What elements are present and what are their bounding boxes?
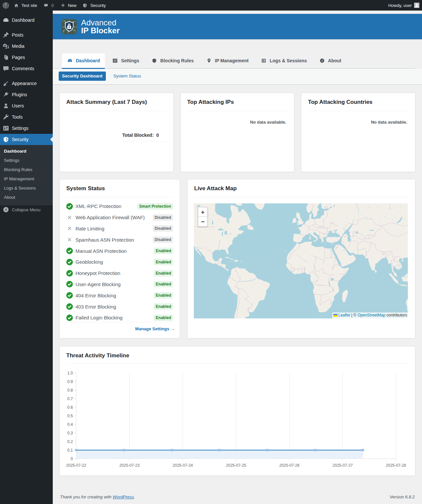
svg-text:2025-07-24: 2025-07-24 xyxy=(173,463,193,468)
svg-text:0.7: 0.7 xyxy=(67,397,73,401)
svg-text:0.6: 0.6 xyxy=(67,405,73,410)
svg-text:0.1: 0.1 xyxy=(67,448,73,453)
svg-text:2025-07-22: 2025-07-22 xyxy=(66,463,86,468)
svg-text:0.2: 0.2 xyxy=(67,439,73,444)
svg-text:0.5: 0.5 xyxy=(67,414,73,418)
svg-text:2025-07-26: 2025-07-26 xyxy=(279,463,300,468)
svg-text:2025-07-27: 2025-07-27 xyxy=(333,463,353,468)
svg-text:0.8: 0.8 xyxy=(67,388,73,393)
svg-text:0.4: 0.4 xyxy=(67,422,73,427)
svg-text:2025-07-25: 2025-07-25 xyxy=(226,463,246,468)
svg-text:0.3: 0.3 xyxy=(67,431,73,435)
svg-text:0.9: 0.9 xyxy=(67,379,73,384)
svg-text:0: 0 xyxy=(71,457,73,461)
svg-text:2025-07-28: 2025-07-28 xyxy=(386,463,406,468)
svg-text:2025-07-23: 2025-07-23 xyxy=(119,463,140,468)
svg-text:1.0: 1.0 xyxy=(67,371,73,375)
